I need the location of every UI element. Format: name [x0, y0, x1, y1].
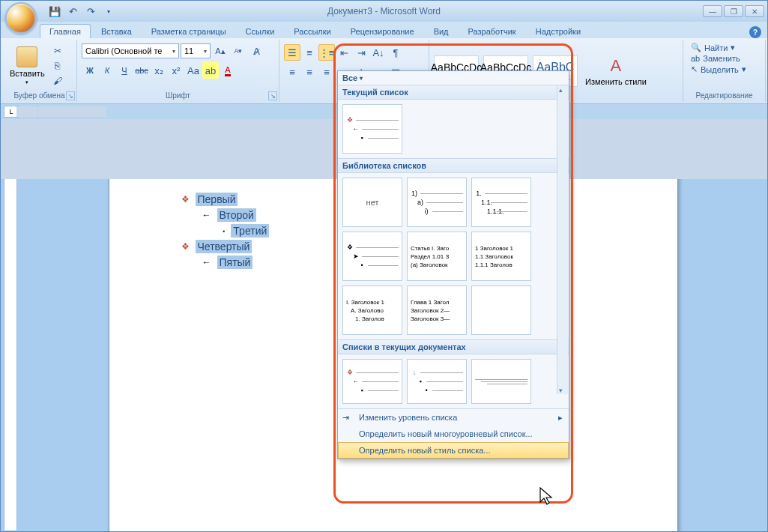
bullet-icon: ❖ — [181, 241, 190, 252]
multilevel-list-dropdown: Все▾ Текущий список ❖ ← ▪ Библиотека спи… — [337, 70, 569, 459]
list-item-text: Третий — [231, 224, 269, 238]
find-button[interactable]: 🔍Найти ▾ — [691, 43, 758, 52]
dropdown-scrollbar[interactable] — [557, 86, 568, 394]
cut-icon[interactable]: ✂ — [51, 44, 64, 58]
italic-button[interactable]: К — [99, 62, 115, 79]
tab-addins[interactable]: Надстройки — [527, 25, 590, 38]
tab-layout[interactable]: Разметка страницы — [142, 25, 235, 38]
align-right-button[interactable]: ≡ — [318, 64, 335, 80]
subscript-button[interactable]: x₂ — [151, 62, 167, 79]
sort-button[interactable]: A↓ — [370, 44, 387, 61]
tab-references[interactable]: Ссылки — [237, 25, 284, 38]
qat-customize-icon[interactable]: ▾ — [101, 4, 116, 19]
horizontal-ruler[interactable] — [37, 106, 38, 118]
format-painter-icon[interactable]: 🖌 — [51, 74, 64, 88]
underline-button[interactable]: Ч — [116, 62, 133, 79]
list-tile-none[interactable]: нет — [342, 178, 402, 227]
list-tile[interactable]: I. Заголовок 1 A. Заголово 1. Заголов — [342, 285, 402, 335]
decrease-indent-button[interactable]: ⇤ — [336, 44, 352, 61]
bullet-icon: ▪ — [223, 228, 226, 235]
change-case-button[interactable]: Aa — [185, 62, 202, 79]
save-icon[interactable]: 💾 — [47, 4, 62, 19]
tab-insert[interactable]: Вставка — [92, 25, 141, 38]
tab-view[interactable]: Вид — [425, 25, 458, 38]
tab-review[interactable]: Рецензирование — [342, 25, 423, 38]
group-clipboard: Вставить ▾ ✂ ⎘ 🖌 Буфер обмена ↘ — [2, 40, 77, 102]
tab-developer[interactable]: Разработчик — [459, 25, 525, 38]
title-bar: 💾 ↶ ↷ ▾ Документ3 - Microsoft Word — ❐ ✕ — [1, 1, 767, 22]
bullet-icon: ← — [202, 257, 211, 267]
list-item-text: Первый — [196, 193, 238, 206]
paste-button[interactable]: Вставить ▾ — [5, 45, 49, 87]
indent-icon: ⇥ — [342, 413, 349, 423]
dropdown-all-header[interactable]: Все▾ — [338, 71, 569, 85]
group-editing-label: Редактирование — [686, 91, 762, 100]
copy-icon[interactable]: ⎘ — [51, 59, 64, 73]
group-font-label: Шрифт — [80, 91, 276, 100]
menu-define-list-style[interactable]: Определить новый стиль списка... — [338, 442, 569, 459]
section-current-list: Текущий список — [338, 85, 569, 100]
group-editing: 🔍Найти ▾ abЗаменить ↖Выделить ▾ Редактир… — [683, 40, 766, 102]
list-item-text: Второй — [217, 208, 256, 222]
align-left-button[interactable]: ≡ — [284, 64, 300, 80]
list-item-text: Четвертый — [196, 240, 253, 253]
cursor-icon: ↖ — [691, 64, 698, 74]
group-font: Calibri (Основной те▾ 11▾ A▴ A▾ A̷ Ж К Ч… — [77, 40, 279, 102]
vertical-ruler[interactable] — [4, 121, 17, 531]
replace-icon: ab — [691, 54, 700, 63]
change-styles-button[interactable]: A Изменить стили — [581, 55, 651, 88]
tab-home[interactable]: Главная — [40, 24, 91, 38]
align-center-button[interactable]: ≡ — [301, 64, 318, 80]
bold-button[interactable]: Ж — [82, 62, 98, 79]
bullet-icon: ← — [202, 210, 211, 220]
clipboard-launcher[interactable]: ↘ — [66, 91, 75, 100]
close-button[interactable]: ✕ — [745, 5, 764, 17]
paste-icon — [16, 46, 37, 67]
show-marks-button[interactable]: ¶ — [387, 44, 404, 61]
maximize-button[interactable]: ❐ — [724, 5, 743, 17]
shrink-font-icon[interactable]: A▾ — [230, 43, 247, 59]
list-tile[interactable]: 1. 1.1. 1.1.1. — [471, 178, 531, 227]
clear-format-icon[interactable]: A̷ — [248, 43, 264, 59]
highlight-button[interactable]: ab — [202, 62, 219, 79]
superscript-button[interactable]: x² — [168, 62, 184, 79]
increase-indent-button[interactable]: ⇥ — [353, 44, 369, 61]
ribbon-tabs: Главная Вставка Разметка страницы Ссылки… — [1, 22, 767, 38]
number-list-button[interactable]: ≡ — [301, 44, 318, 61]
select-button[interactable]: ↖Выделить ▾ — [691, 64, 758, 74]
list-tile[interactable]: Статья I. Заго Раздел 1.01 З (a) Заголов… — [407, 232, 467, 281]
list-tile[interactable]: ❖ ➤ • — [342, 232, 402, 281]
list-item-text: Пятый — [217, 256, 253, 269]
list-tile[interactable]: Глава 1 Загол Заголовок 2— Заголовок 3— — [407, 285, 467, 335]
menu-change-level[interactable]: ⇥Изменить уровень списка — [338, 409, 569, 426]
grow-font-icon[interactable]: A▴ — [212, 43, 229, 59]
list-tile[interactable]: 1) a) i) — [407, 178, 467, 227]
font-size-combo[interactable]: 11▾ — [181, 43, 211, 58]
office-button[interactable] — [5, 2, 37, 34]
mouse-cursor-icon — [539, 487, 556, 511]
redo-icon[interactable]: ↷ — [83, 4, 98, 19]
strike-button[interactable]: abc — [133, 62, 150, 79]
list-tile-empty[interactable] — [471, 285, 531, 335]
replace-button[interactable]: abЗаменить — [691, 54, 758, 63]
bullet-list-button[interactable]: ☰ — [284, 44, 300, 61]
tab-mailings[interactable]: Рассылки — [285, 25, 339, 38]
undo-icon[interactable]: ↶ — [65, 4, 80, 19]
menu-define-new-list[interactable]: Определить новый многоуровневый список..… — [338, 426, 569, 442]
list-tile[interactable] — [471, 359, 531, 404]
list-tile[interactable]: 1 Заголовок 1 1.1 Заголовок 1.1.1 Заголо… — [471, 232, 531, 281]
list-tile[interactable]: ❖ ← ▪ — [342, 359, 402, 404]
font-launcher[interactable]: ↘ — [268, 91, 277, 100]
list-tile-current[interactable]: ❖ ← ▪ — [342, 104, 402, 154]
binoculars-icon: 🔍 — [691, 43, 701, 52]
help-icon[interactable]: ? — [749, 26, 761, 38]
minimize-button[interactable]: — — [703, 5, 722, 17]
paste-label: Вставить — [10, 69, 45, 78]
font-name-combo[interactable]: Calibri (Основной те▾ — [82, 43, 179, 58]
list-tile[interactable]: ↓ ▪ • — [407, 359, 467, 404]
font-color-button[interactable]: A — [220, 62, 236, 79]
quick-access-toolbar: 💾 ↶ ↷ ▾ — [47, 4, 116, 19]
multilevel-list-button[interactable]: ⋮≡ — [318, 44, 335, 61]
change-styles-label: Изменить стили — [585, 77, 647, 86]
section-library: Библиотека списков — [338, 158, 569, 173]
